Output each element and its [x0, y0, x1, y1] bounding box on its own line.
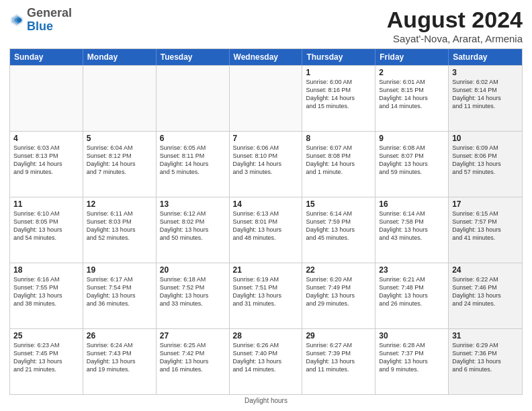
logo-blue: Blue: [27, 19, 53, 33]
cal-week-2: 4Sunrise: 6:03 AM Sunset: 8:13 PM Daylig…: [10, 131, 522, 197]
cell-text: Sunrise: 6:14 AM Sunset: 7:58 PM Dayligh…: [379, 210, 445, 242]
cal-week-3: 11Sunrise: 6:10 AM Sunset: 8:05 PM Dayli…: [10, 197, 522, 263]
footer-note: Daylight hours: [9, 397, 523, 404]
cell-text: Sunrise: 6:17 AM Sunset: 7:54 PM Dayligh…: [87, 275, 152, 308]
title-block: August 2024 Sayat'-Nova, Ararat, Armenia: [387, 7, 523, 44]
day-number: 18: [13, 265, 79, 275]
cell-text: Sunrise: 6:07 AM Sunset: 8:08 PM Dayligh…: [306, 144, 371, 177]
cal-header-monday: Monday: [83, 49, 157, 65]
cal-cell: 24Sunrise: 6:22 AM Sunset: 7:46 PM Dayli…: [449, 263, 522, 328]
cell-text: Sunrise: 6:19 AM Sunset: 7:51 PM Dayligh…: [233, 275, 299, 308]
cell-text: Sunrise: 6:12 AM Sunset: 8:02 PM Dayligh…: [160, 210, 226, 242]
cal-cell: 27Sunrise: 6:25 AM Sunset: 7:42 PM Dayli…: [157, 329, 230, 394]
cell-text: Sunrise: 6:05 AM Sunset: 8:11 PM Dayligh…: [160, 144, 226, 177]
cell-text: Sunrise: 6:21 AM Sunset: 7:48 PM Dayligh…: [379, 275, 445, 308]
cal-header-saturday: Saturday: [449, 49, 522, 65]
day-number: 1: [306, 68, 371, 77]
cal-cell: [10, 66, 83, 131]
cell-text: Sunrise: 6:27 AM Sunset: 7:39 PM Dayligh…: [306, 341, 371, 374]
cell-text: Sunrise: 6:02 AM Sunset: 8:14 PM Dayligh…: [452, 78, 519, 111]
cal-cell: 28Sunrise: 6:26 AM Sunset: 7:40 PM Dayli…: [230, 329, 303, 394]
cell-text: Sunrise: 6:09 AM Sunset: 8:06 PM Dayligh…: [452, 144, 519, 177]
cal-cell: 9Sunrise: 6:08 AM Sunset: 8:07 PM Daylig…: [375, 132, 449, 197]
cal-cell: 17Sunrise: 6:15 AM Sunset: 7:57 PM Dayli…: [449, 197, 522, 263]
day-number: 17: [452, 199, 519, 209]
cell-text: Sunrise: 6:26 AM Sunset: 7:40 PM Dayligh…: [233, 341, 299, 374]
cal-cell: 8Sunrise: 6:07 AM Sunset: 8:08 PM Daylig…: [302, 132, 375, 197]
day-number: 31: [452, 331, 519, 340]
cal-cell: 7Sunrise: 6:06 AM Sunset: 8:10 PM Daylig…: [230, 132, 303, 197]
day-number: 16: [379, 199, 445, 209]
logo-general: General: [27, 6, 72, 19]
logo-text: General Blue: [27, 7, 72, 34]
day-number: 3: [452, 68, 519, 77]
cal-cell: 6Sunrise: 6:05 AM Sunset: 8:11 PM Daylig…: [157, 132, 230, 197]
cell-text: Sunrise: 6:01 AM Sunset: 8:15 PM Dayligh…: [379, 78, 445, 111]
day-number: 4: [13, 134, 79, 143]
cal-cell: 22Sunrise: 6:20 AM Sunset: 7:49 PM Dayli…: [302, 263, 375, 328]
cal-cell: 1Sunrise: 6:00 AM Sunset: 8:16 PM Daylig…: [302, 66, 375, 131]
calendar-title: August 2024: [387, 7, 523, 33]
cell-text: Sunrise: 6:28 AM Sunset: 7:37 PM Dayligh…: [379, 341, 445, 374]
cell-text: Sunrise: 6:15 AM Sunset: 7:57 PM Dayligh…: [452, 210, 519, 242]
cal-cell: [157, 66, 230, 131]
cell-text: Sunrise: 6:13 AM Sunset: 8:01 PM Dayligh…: [233, 210, 299, 242]
calendar-body: 1Sunrise: 6:00 AM Sunset: 8:16 PM Daylig…: [10, 65, 522, 394]
cal-cell: 14Sunrise: 6:13 AM Sunset: 8:01 PM Dayli…: [230, 197, 303, 263]
day-number: 26: [87, 331, 152, 340]
day-number: 7: [233, 134, 299, 143]
logo: General Blue: [9, 7, 72, 34]
cal-cell: [83, 66, 157, 131]
cal-cell: 2Sunrise: 6:01 AM Sunset: 8:15 PM Daylig…: [375, 66, 449, 131]
cal-cell: 19Sunrise: 6:17 AM Sunset: 7:54 PM Dayli…: [83, 263, 157, 328]
cal-cell: 25Sunrise: 6:23 AM Sunset: 7:45 PM Dayli…: [10, 329, 83, 394]
day-number: 11: [13, 199, 79, 209]
cell-text: Sunrise: 6:10 AM Sunset: 8:05 PM Dayligh…: [13, 210, 79, 242]
cal-cell: 20Sunrise: 6:18 AM Sunset: 7:52 PM Dayli…: [157, 263, 230, 328]
cal-cell: [230, 66, 303, 131]
cell-text: Sunrise: 6:20 AM Sunset: 7:49 PM Dayligh…: [306, 275, 371, 308]
cal-header-thursday: Thursday: [302, 49, 375, 65]
day-number: 10: [452, 134, 519, 143]
cal-header-tuesday: Tuesday: [157, 49, 230, 65]
day-number: 19: [87, 265, 152, 275]
cal-cell: 18Sunrise: 6:16 AM Sunset: 7:55 PM Dayli…: [10, 263, 83, 328]
cell-text: Sunrise: 6:14 AM Sunset: 7:59 PM Dayligh…: [306, 210, 371, 242]
cell-text: Sunrise: 6:18 AM Sunset: 7:52 PM Dayligh…: [160, 275, 226, 308]
cell-text: Sunrise: 6:24 AM Sunset: 7:43 PM Dayligh…: [87, 341, 152, 374]
cell-text: Sunrise: 6:11 AM Sunset: 8:03 PM Dayligh…: [87, 210, 152, 242]
logo-icon: [9, 13, 24, 28]
cell-text: Sunrise: 6:22 AM Sunset: 7:46 PM Dayligh…: [452, 275, 519, 308]
day-number: 20: [160, 265, 226, 275]
day-number: 27: [160, 331, 226, 340]
header: General Blue August 2024 Sayat'-Nova, Ar…: [9, 7, 523, 44]
calendar: SundayMondayTuesdayWednesdayThursdayFrid…: [9, 48, 523, 395]
cell-text: Sunrise: 6:23 AM Sunset: 7:45 PM Dayligh…: [13, 341, 79, 374]
day-number: 29: [306, 331, 371, 340]
cell-text: Sunrise: 6:00 AM Sunset: 8:16 PM Dayligh…: [306, 78, 371, 111]
cell-text: Sunrise: 6:16 AM Sunset: 7:55 PM Dayligh…: [13, 275, 79, 308]
cal-cell: 29Sunrise: 6:27 AM Sunset: 7:39 PM Dayli…: [302, 329, 375, 394]
page: General Blue August 2024 Sayat'-Nova, Ar…: [0, 0, 532, 411]
cell-text: Sunrise: 6:25 AM Sunset: 7:42 PM Dayligh…: [160, 341, 226, 374]
cal-cell: 12Sunrise: 6:11 AM Sunset: 8:03 PM Dayli…: [83, 197, 157, 263]
cal-cell: 5Sunrise: 6:04 AM Sunset: 8:12 PM Daylig…: [83, 132, 157, 197]
cal-cell: 13Sunrise: 6:12 AM Sunset: 8:02 PM Dayli…: [157, 197, 230, 263]
cal-cell: 23Sunrise: 6:21 AM Sunset: 7:48 PM Dayli…: [375, 263, 449, 328]
cal-cell: 3Sunrise: 6:02 AM Sunset: 8:14 PM Daylig…: [449, 66, 522, 131]
cal-cell: 26Sunrise: 6:24 AM Sunset: 7:43 PM Dayli…: [83, 329, 157, 394]
day-number: 8: [306, 134, 371, 143]
day-number: 6: [160, 134, 226, 143]
day-number: 5: [87, 134, 152, 143]
cell-text: Sunrise: 6:06 AM Sunset: 8:10 PM Dayligh…: [233, 144, 299, 177]
cal-cell: 30Sunrise: 6:28 AM Sunset: 7:37 PM Dayli…: [375, 329, 449, 394]
day-number: 23: [379, 265, 445, 275]
cal-week-4: 18Sunrise: 6:16 AM Sunset: 7:55 PM Dayli…: [10, 263, 522, 328]
day-number: 25: [13, 331, 79, 340]
day-number: 28: [233, 331, 299, 340]
day-number: 9: [379, 134, 445, 143]
day-number: 12: [87, 199, 152, 209]
day-number: 22: [306, 265, 371, 275]
day-number: 15: [306, 199, 371, 209]
cal-cell: 21Sunrise: 6:19 AM Sunset: 7:51 PM Dayli…: [230, 263, 303, 328]
